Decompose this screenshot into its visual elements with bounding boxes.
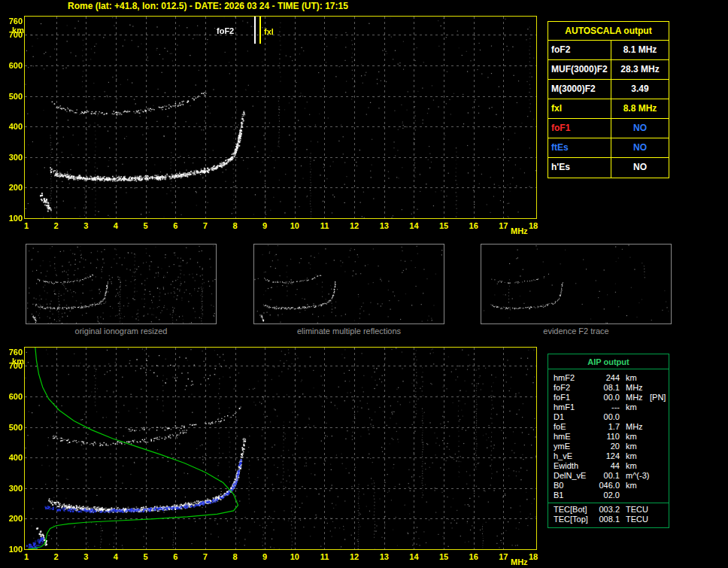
aip-output-table: AIP output hmF2244kmfoF208.1MHzfoF100.0M…	[548, 354, 669, 528]
autoscala-row: foF28.1 MHz	[548, 41, 669, 60]
aip-param-label: hmE	[554, 432, 593, 442]
autoscala-table-rows: foF28.1 MHzMUF(3000)F228.3 MHzM(3000)F23…	[548, 41, 669, 178]
aip-row: DelN_vE00.1m^(-3)	[548, 471, 669, 481]
aip-param-unit: km	[620, 442, 645, 451]
aip-param-label: h_vE	[554, 451, 593, 461]
aip-param-extra	[645, 383, 669, 393]
autoscala-param-value: NO	[611, 158, 669, 178]
autoscala-row: MUF(3000)F228.3 MHz	[548, 60, 669, 80]
x-tick-label: 6	[168, 552, 182, 561]
aip-param-unit	[620, 491, 645, 500]
thumbnail-caption-1: original ionogram resized	[26, 327, 217, 336]
station-title: Rome (lat: +41.8, lon: 012.5) - DATE: 20…	[68, 1, 348, 11]
aip-row: foF208.1MHz	[548, 383, 669, 393]
aip-param-unit: km	[620, 432, 645, 442]
fxl-marker-label: fxl	[264, 27, 274, 36]
aip-param-value: 244	[593, 373, 620, 383]
y-axis-unit-label: km	[3, 26, 24, 35]
y-tick-label: 600	[2, 61, 23, 70]
y-tick-label: 400	[2, 122, 23, 131]
aip-param-label: hmF2	[554, 373, 593, 383]
x-tick-label: 10	[288, 552, 302, 561]
foF2-marker-label: foF2	[217, 26, 234, 35]
x-axis-unit-label: MHz	[511, 226, 524, 235]
aip-row: TEC[Bot]003.2TECU	[548, 505, 669, 515]
aip-row: hmE110km	[548, 432, 669, 442]
x-tick-label: 16	[467, 221, 481, 230]
y-tick-label: 500	[2, 423, 23, 432]
x-tick-label: 11	[317, 552, 331, 561]
autoscala-row: foF1NO	[548, 119, 669, 138]
x-tick-label: 17	[496, 221, 510, 230]
aip-param-value: 046.0	[593, 481, 620, 491]
aip-param-label: foF2	[554, 383, 593, 393]
aip-param-extra	[645, 432, 669, 442]
autoscala-row: h'EsNO	[548, 158, 669, 178]
thumbnail-caption-3: evidence F2 trace	[481, 327, 672, 336]
aip-param-label: DelN_vE	[554, 471, 593, 481]
aip-param-unit: MHz	[620, 422, 645, 432]
y-tick-label: 300	[2, 153, 23, 162]
y-tick-label: 760	[2, 17, 23, 26]
x-tick-label: 2	[50, 552, 63, 561]
aip-param-label: B0	[554, 481, 593, 491]
y-tick-label: 500	[2, 92, 23, 101]
aip-param-extra: [PN]	[645, 393, 669, 402]
aip-param-value: 00.0	[593, 412, 620, 422]
x-tick-label: 5	[139, 221, 153, 230]
aip-param-value: 20	[593, 442, 620, 451]
aip-param-extra	[645, 412, 669, 422]
y-tick-label: 100	[2, 214, 23, 223]
aip-param-unit: km	[620, 402, 645, 412]
autoscala-param-label: foF2	[548, 41, 611, 59]
aip-row: D100.0	[548, 412, 669, 422]
x-tick-label: 10	[288, 221, 302, 230]
aip-table-rows: hmF2244kmfoF208.1MHzfoF100.0MHz[PN]hmF1-…	[548, 373, 669, 500]
autoscala-param-label: M(3000)F2	[548, 80, 611, 99]
aip-separator-line	[548, 503, 669, 503]
x-tick-label: 15	[437, 552, 450, 561]
aip-row: TEC[Top]008.1TECU	[548, 515, 669, 524]
autoscala-table-title: AUTOSCALA output	[548, 22, 669, 41]
aip-param-label: TEC[Bot]	[554, 505, 593, 515]
main-ionogram-plot	[24, 16, 537, 219]
x-tick-label: 9	[258, 552, 271, 561]
y-tick-label: 100	[2, 545, 23, 554]
aip-tec-rows: TEC[Bot]003.2TECUTEC[Top]008.1TECU	[548, 505, 669, 524]
aip-param-unit: km	[620, 481, 645, 491]
autoscala-row: M(3000)F23.49	[548, 80, 669, 99]
aip-param-value: 008.1	[593, 515, 620, 524]
aip-param-label: Ewidth	[554, 461, 593, 471]
aip-param-label: TEC[Top]	[554, 515, 593, 524]
x-tick-label: 18	[526, 221, 540, 230]
x-tick-label: 7	[199, 221, 212, 230]
aip-param-unit: MHz	[620, 383, 645, 393]
aip-param-unit: MHz	[620, 393, 645, 402]
x-tick-label: 8	[229, 221, 242, 230]
autoscala-param-value: 8.8 MHz	[611, 99, 669, 118]
x-tick-label: 4	[109, 552, 123, 561]
y-tick-label: 200	[2, 183, 23, 192]
aip-param-unit: km	[620, 451, 645, 461]
aip-param-label: foF1	[554, 393, 593, 402]
y-tick-label: 200	[2, 514, 23, 523]
x-tick-label: 12	[347, 221, 361, 230]
aip-row: B0046.0km	[548, 481, 669, 491]
y-tick-label: 600	[2, 392, 23, 401]
autoscala-param-label: fxl	[548, 99, 611, 118]
x-tick-label: 7	[199, 552, 212, 561]
aip-param-value: 1.7	[593, 422, 620, 432]
aip-param-value: 44	[593, 461, 620, 471]
autoscala-param-value: 3.49	[611, 80, 669, 99]
x-tick-label: 14	[407, 552, 420, 561]
aip-param-extra	[645, 373, 669, 383]
restored-ionogram-plot	[24, 347, 537, 550]
autoscala-param-value: 8.1 MHz	[611, 41, 669, 59]
x-tick-label: 11	[317, 221, 331, 230]
x-tick-label: 4	[109, 221, 123, 230]
y-tick-label: 400	[2, 453, 23, 462]
x-tick-label: 15	[437, 221, 450, 230]
x-tick-label: 14	[407, 221, 420, 230]
aip-param-value: 00.1	[593, 471, 620, 481]
autoscala-row: ftEsNO	[548, 138, 669, 158]
